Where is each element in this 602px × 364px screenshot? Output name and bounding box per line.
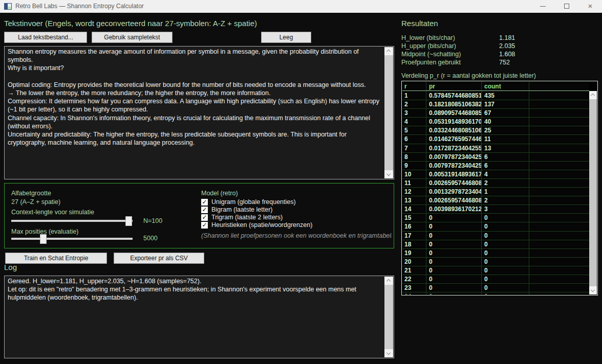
table-cell-blank: [529, 144, 589, 152]
table-row[interactable]: 2300: [402, 284, 589, 292]
maximize-button[interactable]: [555, 0, 578, 13]
model-settings-panel: Alfabetgrootte 27 (A–Z + spatie) Context…: [4, 183, 394, 248]
checkbox-checked-icon[interactable]: ✓: [201, 207, 208, 213]
scrollbar-thumb[interactable]: [384, 55, 393, 170]
scrollbar-thumb[interactable]: [589, 99, 597, 286]
text-input-content: Shannon entropy measures the average amo…: [8, 48, 381, 178]
column-header-pr[interactable]: pr: [426, 82, 482, 90]
pr-table-body: 10.578457446808510643520.182180851063829…: [402, 92, 589, 294]
checkbox-checked-icon[interactable]: ✓: [201, 199, 208, 206]
table-cell-count: 11: [482, 135, 529, 143]
table-cell-blank: [529, 284, 589, 292]
table-row[interactable]: 40.053191489361702140: [402, 118, 589, 126]
log-scrollbar[interactable]: [384, 277, 393, 357]
maximize-icon: [564, 4, 569, 9]
context-length-slider-track[interactable]: [11, 220, 133, 222]
scroll-up-button[interactable]: [384, 47, 393, 55]
scrollbar-thumb[interactable]: [384, 285, 393, 349]
table-row[interactable]: 2400: [402, 292, 589, 294]
table-row[interactable]: 2000: [402, 258, 589, 266]
table-cell-r: 1: [402, 92, 426, 100]
table-cell-r: 17: [402, 232, 426, 240]
table-cell-blank: [529, 135, 589, 143]
textarea-scrollbar[interactable]: [384, 47, 393, 178]
table-row[interactable]: 30.089095744680851067: [402, 109, 589, 118]
table-cell-r: 24: [402, 292, 426, 294]
chevron-up-icon: [591, 94, 595, 98]
chevron-down-icon: [591, 288, 595, 292]
max-positions-slider-track[interactable]: [11, 238, 133, 240]
table-cell-r: 4: [402, 118, 426, 126]
table-cell-blank: [529, 162, 589, 170]
table-scrollbar[interactable]: [589, 82, 597, 294]
table-row[interactable]: 120.00132978723404251: [402, 188, 589, 196]
table-row[interactable]: 80.00797872340425536: [402, 153, 589, 162]
table-row[interactable]: 110.00265957446808512: [402, 179, 589, 188]
results-heading: Resultaten: [401, 19, 438, 28]
scroll-down-button[interactable]: [384, 170, 393, 178]
export-csv-button[interactable]: Exporteer pr als CSV: [114, 253, 204, 264]
table-cell-r: 19: [402, 249, 426, 257]
table-cell-blank: [529, 240, 589, 248]
use-sampletext-button[interactable]: Gebruik sampletekst: [92, 32, 173, 43]
load-textfile-button[interactable]: Laad tekstbestand...: [4, 32, 87, 43]
checkbox-label: Bigram (laatste letter): [211, 206, 272, 213]
table-row[interactable]: 90.00797872340425536: [402, 162, 589, 170]
table-cell-count: 2: [482, 179, 529, 187]
table-cell-pr: 0: [426, 292, 482, 294]
log-area[interactable]: Gereed. H_lower=1.181, H_upper=2.035, ~H…: [4, 276, 394, 358]
scroll-up-button[interactable]: [589, 91, 597, 99]
table-row[interactable]: 1700: [402, 232, 589, 240]
minimize-button[interactable]: [531, 0, 555, 13]
table-row[interactable]: 70.017287234042553113: [402, 144, 589, 153]
table-row[interactable]: 1600: [402, 222, 589, 231]
table-cell-pr: 0.5784574468085106: [426, 92, 482, 100]
table-row[interactable]: 130.00265957446808512: [402, 196, 589, 205]
column-header-count[interactable]: count: [482, 82, 529, 90]
table-cell-pr: 0.1821808510638298: [426, 100, 482, 108]
table-cell-count: 0: [482, 258, 529, 266]
close-button[interactable]: ×: [578, 0, 602, 13]
table-cell-count: 0: [482, 284, 529, 292]
midpoint-value: 1.608: [499, 51, 515, 58]
checkbox-label: Trigram (laatste 2 letters): [211, 214, 283, 221]
table-row[interactable]: 20.1821808510638298137: [402, 100, 589, 109]
table-row[interactable]: 2200: [402, 275, 589, 284]
table-row[interactable]: 60.014627659574468011: [402, 135, 589, 144]
table-row[interactable]: 2100: [402, 266, 589, 275]
table-row[interactable]: 50.033244680851063825: [402, 126, 589, 135]
table-cell-count: 6: [482, 162, 529, 170]
table-cell-r: 14: [402, 205, 426, 213]
table-cell-pr: 0: [426, 240, 482, 248]
scroll-down-button[interactable]: [589, 286, 597, 294]
table-row[interactable]: 140.00398936170212763: [402, 205, 589, 214]
table-cell-count: 6: [482, 153, 529, 161]
table-cell-r: 9: [402, 162, 426, 170]
table-row[interactable]: 10.5784574468085106435: [402, 92, 589, 100]
table-cell-blank: [529, 92, 589, 100]
table-cell-count: 0: [482, 275, 529, 283]
checkbox-label: Unigram (globale frequenties): [211, 198, 296, 206]
clear-button[interactable]: Leeg: [261, 32, 311, 43]
table-cell-r: 22: [402, 275, 426, 283]
scroll-down-button[interactable]: [384, 349, 393, 357]
train-estimate-button[interactable]: Train en Schat Entropie: [5, 253, 107, 264]
text-input-area[interactable]: Shannon entropy measures the average amo…: [4, 46, 394, 179]
column-header-r[interactable]: r: [402, 82, 426, 90]
checkbox-checked-icon[interactable]: ✓: [201, 214, 208, 221]
table-cell-blank: [529, 153, 589, 161]
table-row[interactable]: 1900: [402, 249, 589, 258]
table-cell-count: 0: [482, 292, 529, 294]
table-row[interactable]: 100.00531914893617024: [402, 170, 589, 179]
app-window: Retro Bell Labs — Shannon Entropy Calcul…: [0, 0, 602, 364]
checkbox-checked-icon[interactable]: ✓: [201, 222, 208, 229]
scroll-up-button[interactable]: [384, 277, 393, 285]
table-cell-r: 20: [402, 258, 426, 266]
context-length-slider-thumb[interactable]: [125, 216, 132, 226]
table-row[interactable]: 1800: [402, 240, 589, 249]
table-cell-count: 2: [482, 196, 529, 204]
table-row[interactable]: 1500: [402, 214, 589, 222]
max-positions-slider-thumb[interactable]: [40, 234, 47, 244]
table-cell-pr: 0: [426, 222, 482, 231]
pr-distribution-table: rprcount 10.578457446808510643520.182180…: [401, 81, 598, 295]
